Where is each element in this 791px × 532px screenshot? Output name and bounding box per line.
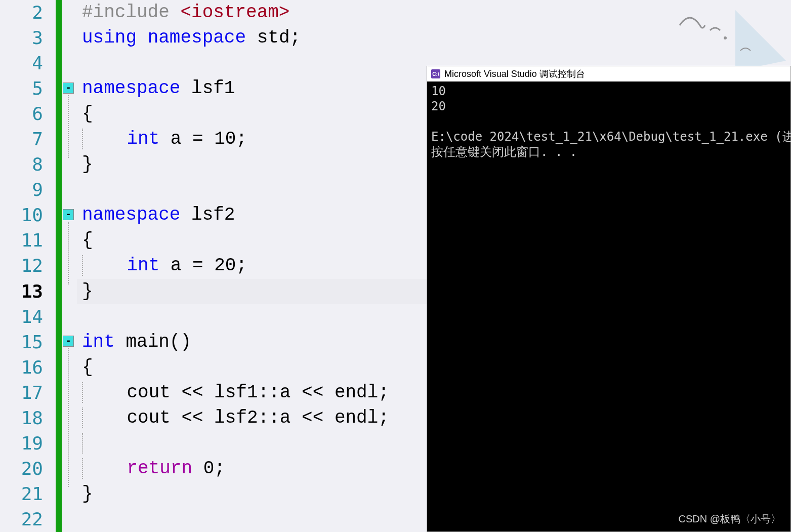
line-number[interactable]: 9	[0, 177, 56, 202]
line-number[interactable]: 12	[0, 253, 56, 278]
line-number[interactable]: 17	[0, 380, 56, 405]
line-number[interactable]: 10	[0, 202, 56, 228]
fold-toggle-icon[interactable]: -	[63, 209, 74, 220]
line-number[interactable]: 6	[0, 101, 56, 127]
vs-icon: C:\	[431, 69, 440, 78]
line-number[interactable]: 5	[0, 76, 56, 101]
console-title: Microsoft Visual Studio 调试控制台	[444, 68, 585, 80]
line-number[interactable]: 21	[0, 481, 56, 507]
line-number-gutter: 2 3 4 5 6 7 8 9 10 11 12 13 14 15 16 17 …	[0, 0, 56, 532]
fold-toggle-icon[interactable]: -	[63, 83, 74, 94]
line-number[interactable]: 22	[0, 507, 56, 532]
fold-column: - - -	[62, 0, 77, 532]
console-titlebar[interactable]: C:\ Microsoft Visual Studio 调试控制台	[427, 66, 790, 81]
debug-console-window[interactable]: C:\ Microsoft Visual Studio 调试控制台 10 20 …	[427, 66, 791, 532]
line-number[interactable]: 19	[0, 431, 56, 456]
line-number[interactable]: 4	[0, 51, 56, 76]
watermark-text: CSDN @板鸭〈小号〉	[678, 512, 781, 526]
line-number[interactable]: 2	[0, 0, 56, 25]
line-number[interactable]: 15	[0, 330, 56, 355]
code-line-2[interactable]: #include <iostream>	[77, 0, 791, 25]
code-line-3[interactable]: using namespace std;	[77, 25, 791, 51]
console-output[interactable]: 10 20 E:\code 2024\test_1_21\x64\Debug\t…	[427, 81, 790, 161]
line-number-current[interactable]: 13	[0, 279, 56, 304]
change-indicator-bar	[56, 0, 62, 532]
line-number[interactable]: 18	[0, 405, 56, 431]
line-number[interactable]: 7	[0, 127, 56, 152]
line-number[interactable]: 20	[0, 456, 56, 481]
line-number[interactable]: 11	[0, 228, 56, 253]
fold-guide	[68, 95, 69, 158]
fold-guide	[68, 348, 69, 487]
line-number[interactable]: 14	[0, 304, 56, 330]
line-number[interactable]: 8	[0, 152, 56, 177]
fold-guide	[68, 222, 69, 284]
fold-toggle-icon[interactable]: -	[63, 336, 74, 347]
line-number[interactable]: 3	[0, 25, 56, 51]
line-number[interactable]: 16	[0, 355, 56, 380]
